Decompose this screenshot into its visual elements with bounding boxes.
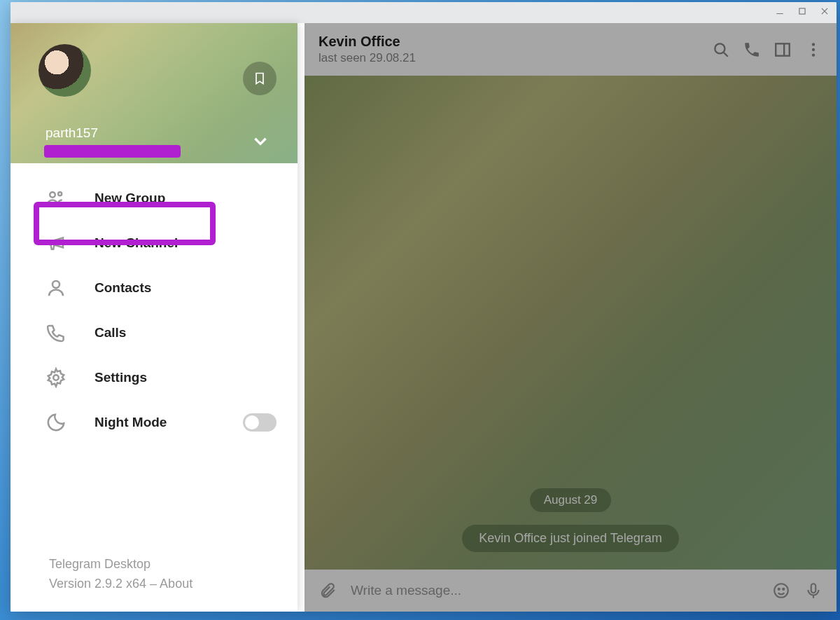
main-menu-drawer: parth157 New Group New Channel (10, 23, 298, 612)
svg-point-10 (812, 53, 815, 56)
menu-item-label: New Channel (94, 235, 178, 251)
menu-item-calls[interactable]: Calls (10, 310, 298, 355)
attach-icon[interactable] (318, 581, 337, 600)
more-icon[interactable] (804, 41, 822, 59)
svg-rect-6 (776, 43, 790, 55)
svg-point-17 (58, 192, 62, 195)
svg-point-12 (778, 588, 780, 590)
message-input[interactable] (351, 583, 758, 598)
svg-line-5 (724, 52, 728, 56)
menu-item-night-mode[interactable]: Night Mode (10, 400, 298, 445)
svg-point-11 (774, 584, 788, 598)
message-input-bar (304, 570, 836, 612)
menu-item-label: Contacts (94, 280, 151, 296)
saved-messages-button[interactable] (243, 62, 276, 95)
svg-point-16 (50, 192, 55, 198)
account-switch-arrow[interactable] (251, 132, 270, 153)
drawer-menu: New Group New Channel Contacts (10, 163, 298, 555)
svg-point-18 (52, 281, 59, 288)
svg-point-4 (715, 43, 724, 53)
menu-item-label: Calls (94, 325, 126, 340)
sidebar-toggle-icon[interactable] (774, 41, 792, 59)
minimize-button[interactable] (775, 6, 785, 19)
menu-item-new-channel[interactable]: New Channel (10, 221, 298, 266)
svg-rect-1 (799, 8, 805, 14)
svg-rect-14 (811, 584, 816, 593)
drawer-footer: Telegram Desktop Version 2.9.2 x64 – Abo… (10, 555, 298, 612)
night-mode-toggle[interactable] (243, 413, 276, 432)
redacted-phone (44, 145, 181, 158)
chat-area: Kevin Office last seen 29.08.21 August 2… (304, 23, 836, 612)
gear-icon (46, 367, 66, 388)
svg-point-19 (53, 375, 59, 380)
phone-icon (46, 322, 66, 343)
group-icon (46, 188, 66, 209)
app-name-label: Telegram Desktop (49, 555, 298, 574)
menu-item-settings[interactable]: Settings (10, 355, 298, 400)
titlebar (10, 2, 836, 23)
chat-title: Kevin Office (318, 34, 699, 50)
content-area: Kevin Office last seen 29.08.21 August 2… (10, 23, 836, 612)
search-icon[interactable] (712, 41, 730, 59)
close-button[interactable] (820, 6, 830, 19)
system-message: Kevin Office just joined Telegram (462, 525, 678, 552)
menu-item-label: New Group (94, 191, 165, 206)
person-icon (46, 277, 66, 298)
drawer-header: parth157 (10, 23, 298, 163)
date-separator: August 29 (530, 488, 612, 512)
svg-point-13 (783, 588, 784, 590)
emoji-icon[interactable] (772, 581, 790, 600)
menu-item-new-group[interactable]: New Group (10, 176, 298, 221)
chat-header: Kevin Office last seen 29.08.21 (304, 23, 836, 76)
menu-item-label: Night Mode (94, 415, 167, 430)
megaphone-icon (46, 233, 66, 254)
menu-item-contacts[interactable]: Contacts (10, 266, 298, 310)
svg-point-9 (812, 48, 815, 50)
svg-point-8 (812, 43, 815, 46)
app-version-label[interactable]: Version 2.9.2 x64 – About (49, 574, 298, 594)
microphone-icon[interactable] (804, 581, 822, 600)
profile-username: parth157 (46, 125, 98, 141)
call-icon[interactable] (743, 41, 761, 59)
moon-icon (46, 412, 66, 433)
menu-item-label: Settings (94, 370, 147, 385)
maximize-button[interactable] (797, 6, 807, 19)
chat-status: last seen 29.08.21 (318, 51, 699, 65)
profile-avatar[interactable] (38, 44, 91, 97)
chat-messages: August 29 Kevin Office just joined Teleg… (304, 76, 836, 570)
chat-header-info[interactable]: Kevin Office last seen 29.08.21 (318, 34, 699, 65)
app-window: Kevin Office last seen 29.08.21 August 2… (10, 2, 836, 612)
